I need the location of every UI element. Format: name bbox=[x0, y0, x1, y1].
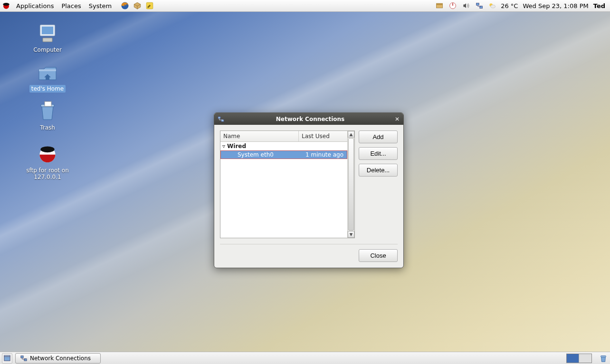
group-label: Wired bbox=[227, 143, 246, 149]
update-manager-icon[interactable] bbox=[435, 1, 444, 10]
workspace-2[interactable] bbox=[579, 354, 591, 363]
dialog-title: Network Connections bbox=[228, 116, 393, 122]
svg-point-17 bbox=[40, 146, 54, 152]
package-manager-icon[interactable] bbox=[133, 1, 142, 10]
connections-tree[interactable]: Name Last Used ▿ Wired System eth0 1 min… bbox=[220, 131, 347, 238]
dialog-titlebar[interactable]: Network Connections ✕ bbox=[214, 113, 403, 125]
desktop-icon-label: Trash bbox=[38, 124, 57, 131]
svg-point-10 bbox=[491, 5, 496, 8]
scroll-thumb[interactable] bbox=[348, 138, 354, 231]
task-icon bbox=[20, 355, 27, 362]
desktop-icon-trash[interactable]: Trash bbox=[19, 100, 76, 131]
weather-icon[interactable] bbox=[488, 1, 496, 10]
top-panel: Applications Places System 26 °C Wed Sep… bbox=[0, 0, 610, 12]
main-menu-bar: Applications Places System bbox=[12, 0, 115, 12]
desktop-icon-computer[interactable]: Computer bbox=[19, 22, 76, 54]
tree-header: Name Last Used bbox=[220, 131, 347, 142]
network-manager-icon[interactable] bbox=[475, 1, 484, 10]
scroll-down-icon[interactable]: ▼ bbox=[348, 231, 354, 238]
chevron-down-icon: ▿ bbox=[222, 143, 225, 149]
show-desktop-button[interactable] bbox=[2, 353, 12, 364]
user-menu[interactable]: Ted bbox=[593, 2, 605, 9]
menu-places[interactable]: Places bbox=[57, 0, 85, 12]
add-button[interactable]: Add bbox=[359, 131, 398, 143]
distro-icon bbox=[2, 1, 10, 10]
menu-applications[interactable]: Applications bbox=[12, 0, 57, 12]
tree-group-wired[interactable]: ▿ Wired bbox=[220, 142, 347, 150]
clock[interactable]: Wed Sep 23, 1:08 PM bbox=[523, 2, 588, 9]
svg-rect-7 bbox=[477, 3, 479, 5]
svg-rect-18 bbox=[218, 116, 220, 118]
bottom-panel: Network Connections bbox=[0, 352, 610, 364]
cpu-meter-icon[interactable] bbox=[448, 1, 457, 10]
temperature-readout: 26 °C bbox=[501, 2, 518, 9]
svg-rect-24 bbox=[601, 355, 606, 357]
desktop-icon-label: Computer bbox=[31, 46, 64, 54]
column-name[interactable]: Name bbox=[220, 131, 299, 141]
menu-system[interactable]: System bbox=[85, 0, 115, 12]
workspace-pager bbox=[566, 354, 592, 363]
scroll-up-icon[interactable]: ▲ bbox=[348, 131, 354, 138]
svg-point-1 bbox=[3, 3, 10, 6]
edit-button[interactable]: Edit... bbox=[359, 147, 398, 160]
desktop-icon-label: sftp for root on 127.0.0.1 bbox=[19, 167, 76, 181]
tree-row-system-eth0[interactable]: System eth0 1 minute ago bbox=[220, 150, 347, 159]
close-icon[interactable]: ✕ bbox=[393, 115, 401, 123]
computer-icon bbox=[36, 22, 59, 45]
network-connections-dialog: Network Connections ✕ Name Last Used ▿ W… bbox=[214, 112, 404, 268]
svg-rect-12 bbox=[42, 27, 53, 34]
close-button[interactable]: Close bbox=[359, 249, 398, 262]
svg-rect-13 bbox=[43, 38, 52, 42]
dialog-icon bbox=[217, 115, 225, 123]
svg-rect-5 bbox=[437, 3, 443, 5]
workspace-1[interactable] bbox=[567, 354, 579, 363]
desktop-icon-home[interactable]: ted's Home bbox=[19, 61, 76, 93]
home-folder-icon bbox=[36, 61, 59, 84]
desktop-icon-sftp[interactable]: sftp for root on 127.0.0.1 bbox=[19, 142, 76, 181]
firefox-icon[interactable] bbox=[120, 1, 130, 10]
column-last-used[interactable]: Last Used bbox=[299, 131, 347, 141]
svg-rect-15 bbox=[45, 102, 51, 106]
notes-icon[interactable] bbox=[145, 1, 154, 10]
trash-icon bbox=[36, 100, 59, 122]
tree-scrollbar[interactable]: ▲ ▼ bbox=[347, 131, 354, 238]
redhat-sphere-icon bbox=[36, 142, 59, 165]
svg-rect-22 bbox=[21, 355, 23, 357]
volume-icon[interactable] bbox=[462, 1, 470, 10]
row-name: System eth0 bbox=[238, 151, 298, 158]
quick-launch bbox=[120, 1, 154, 10]
desktop-icon-label: ted's Home bbox=[29, 85, 66, 93]
svg-rect-21 bbox=[4, 355, 10, 356]
svg-rect-20 bbox=[4, 356, 10, 361]
task-network-connections[interactable]: Network Connections bbox=[15, 353, 101, 364]
trash-applet-icon[interactable] bbox=[599, 354, 608, 363]
delete-button[interactable]: Delete... bbox=[359, 164, 398, 177]
system-tray: 26 °C Wed Sep 23, 1:08 PM Ted bbox=[435, 1, 608, 10]
row-last-used: 1 minute ago bbox=[298, 151, 345, 158]
task-label: Network Connections bbox=[30, 355, 91, 362]
